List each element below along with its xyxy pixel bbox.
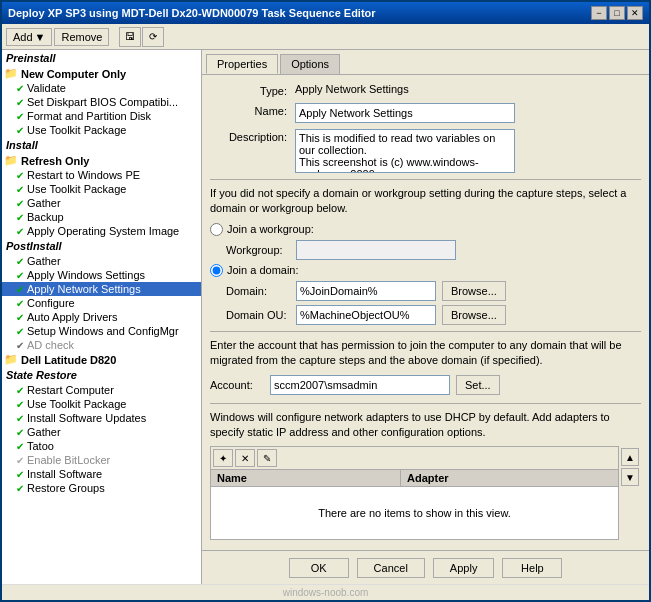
tree-item-gather3[interactable]: ✔ Gather (2, 425, 201, 439)
adapter-add-button[interactable]: ✦ (213, 449, 233, 467)
domain-section: Domain: Browse... Domain OU: Browse... (226, 281, 641, 325)
workgroup-section: Workgroup: (226, 240, 641, 260)
tree-item-restore-groups[interactable]: ✔ Restore Groups (2, 481, 201, 495)
tree-item-use-toolkit3[interactable]: ✔ Use Toolkit Package (2, 397, 201, 411)
window-title: Deploy XP SP3 using MDT-Dell Dx20-WDN000… (8, 7, 376, 19)
join-domain-label[interactable]: Join a domain: (227, 264, 299, 276)
description-row: Description: This is modified to read tw… (210, 129, 641, 173)
help-button[interactable]: Help (502, 558, 562, 578)
bottom-bar: OK Cancel Apply Help (202, 550, 649, 584)
description-input[interactable]: This is modified to read two variables o… (295, 129, 515, 173)
tree-item-apply-network-settings[interactable]: ✔ Apply Network Settings (2, 282, 201, 296)
adapter-adapter-col-header: Adapter (401, 470, 618, 486)
tree-item-apply-os[interactable]: ✔ Apply Operating System Image (2, 224, 201, 238)
ok-button[interactable]: OK (289, 558, 349, 578)
tree-item-install-software-updates[interactable]: ✔ Install Software Updates (2, 411, 201, 425)
state-restore-header: State Restore (2, 367, 201, 383)
type-value: Apply Network Settings (295, 83, 641, 95)
join-domain-radio[interactable] (210, 264, 223, 277)
remove-button[interactable]: Remove (54, 28, 109, 46)
tree-item-auto-apply-drivers[interactable]: ✔ Auto Apply Drivers (2, 310, 201, 324)
minimize-button[interactable]: − (591, 6, 607, 20)
tree-item-ad-check[interactable]: ✔ AD check (2, 338, 201, 352)
domain-input[interactable] (296, 281, 436, 301)
adapter-table: ✦ ✕ ✎ Name Adapter There are no items to… (210, 446, 619, 540)
tree-item-restart-computer[interactable]: ✔ Restart Computer (2, 383, 201, 397)
watermark: windows-noob.com (2, 584, 649, 600)
workgroup-radio-row: Join a workgroup: (210, 223, 641, 236)
tab-options[interactable]: Options (280, 54, 340, 74)
type-row: Type: Apply Network Settings (210, 83, 641, 97)
toolbar-icons: 🖫 ⟳ (119, 27, 164, 47)
tree-item-configure[interactable]: ✔ Configure (2, 296, 201, 310)
domain-ou-input[interactable] (296, 305, 436, 325)
adapter-name-col-header: Name (211, 470, 401, 486)
section-text-2: Enter the account that has permission to… (210, 331, 641, 369)
postinstall-header: PostInstall (2, 238, 201, 254)
tree-item-gather2[interactable]: ✔ Gather (2, 254, 201, 268)
new-computer-only-group[interactable]: 📁 New Computer Only (2, 66, 201, 81)
close-button[interactable]: ✕ (627, 6, 643, 20)
tree-item-restart-pe[interactable]: ✔ Restart to Windows PE (2, 168, 201, 182)
tree-item-setup-windows[interactable]: ✔ Setup Windows and ConfigMgr (2, 324, 201, 338)
adapter-delete-button[interactable]: ✕ (235, 449, 255, 467)
title-bar: Deploy XP SP3 using MDT-Dell Dx20-WDN000… (2, 2, 649, 24)
browse-domain-button[interactable]: Browse... (442, 281, 506, 301)
refresh-only-items: ✔ Restart to Windows PE ✔ Use Toolkit Pa… (2, 168, 201, 224)
preinstall-header: Preinstall (2, 50, 201, 66)
workgroup-row: Workgroup: (226, 240, 641, 260)
adapter-section: ✦ ✕ ✎ Name Adapter There are no items to… (210, 446, 641, 540)
tree-item-format-partition[interactable]: ✔ Format and Partition Disk (2, 109, 201, 123)
tab-properties[interactable]: Properties (206, 54, 278, 74)
name-input[interactable] (295, 103, 515, 123)
toolbar-icon-2[interactable]: ⟳ (142, 27, 164, 47)
tree-item-set-diskpart[interactable]: ✔ Set Diskpart BIOS Compatibi... (2, 95, 201, 109)
main-content: Preinstall 📁 New Computer Only ✔ Validat… (2, 50, 649, 584)
main-window: Deploy XP SP3 using MDT-Dell Dx20-WDN000… (0, 0, 651, 602)
join-workgroup-label[interactable]: Join a workgroup: (227, 223, 314, 235)
adapter-no-items: There are no items to show in this view. (211, 487, 618, 539)
type-label: Type: (210, 83, 295, 97)
account-label: Account: (210, 379, 270, 391)
maximize-button[interactable]: □ (609, 6, 625, 20)
join-workgroup-radio[interactable] (210, 223, 223, 236)
browse-domain-ou-button[interactable]: Browse... (442, 305, 506, 325)
tree-item-apply-windows-settings[interactable]: ✔ Apply Windows Settings (2, 268, 201, 282)
tree-view[interactable]: Preinstall 📁 New Computer Only ✔ Validat… (2, 50, 201, 584)
account-row: Account: Set... (210, 375, 641, 395)
tree-item-install-software[interactable]: ✔ Install Software (2, 467, 201, 481)
properties-content: Type: Apply Network Settings Name: Descr… (202, 74, 649, 550)
workgroup-input[interactable] (296, 240, 456, 260)
tree-item-tatoo[interactable]: ✔ Tatoo (2, 439, 201, 453)
apply-button[interactable]: Apply (433, 558, 495, 578)
section-text-3: Windows will configure network adapters … (210, 403, 641, 441)
tree-item-enable-bitlocker[interactable]: ✔ Enable BitLocker (2, 453, 201, 467)
title-controls: − □ ✕ (591, 6, 643, 20)
adapter-side-controls: ▲ ▼ (619, 446, 641, 540)
tree-item-validate[interactable]: ✔ Validate (2, 81, 201, 95)
domain-label: Domain: (226, 285, 296, 297)
name-row: Name: (210, 103, 641, 123)
domain-radio-row: Join a domain: (210, 264, 641, 277)
set-button[interactable]: Set... (456, 375, 500, 395)
account-input[interactable] (270, 375, 450, 395)
adapter-side-up-button[interactable]: ▲ (621, 448, 639, 466)
tabs: Properties Options (202, 50, 649, 74)
tree-item-use-toolkit2[interactable]: ✔ Use Toolkit Package (2, 182, 201, 196)
dell-latitude-group[interactable]: 📁 Dell Latitude D820 (2, 352, 201, 367)
add-button[interactable]: Add ▼ (6, 28, 52, 46)
toolbar-icon-1[interactable]: 🖫 (119, 27, 141, 47)
refresh-only-group[interactable]: 📁 Refresh Only (2, 153, 201, 168)
cancel-button[interactable]: Cancel (357, 558, 425, 578)
section-text-1: If you did not specify a domain or workg… (210, 179, 641, 217)
tree-item-gather[interactable]: ✔ Gather (2, 196, 201, 210)
domain-ou-row: Domain OU: Browse... (226, 305, 641, 325)
radio-group: Join a workgroup: Workgroup: Join a doma… (210, 223, 641, 325)
tree-item-use-toolkit[interactable]: ✔ Use Toolkit Package (2, 123, 201, 137)
adapter-header: Name Adapter (211, 470, 618, 487)
adapter-side-down-button[interactable]: ▼ (621, 468, 639, 486)
tree-item-backup[interactable]: ✔ Backup (2, 210, 201, 224)
description-label: Description: (210, 129, 295, 143)
adapter-edit-button[interactable]: ✎ (257, 449, 277, 467)
workgroup-label: Workgroup: (226, 244, 296, 256)
